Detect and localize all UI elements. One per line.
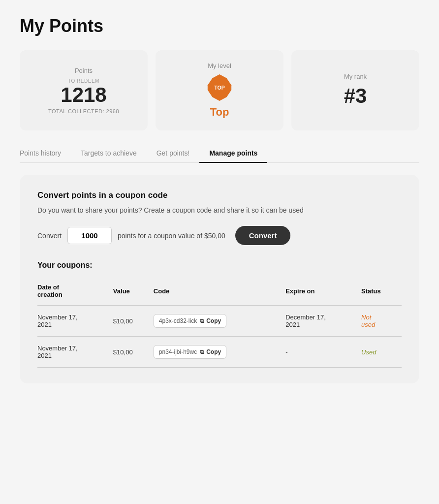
coupons-table: Date ofcreation Value Code Expire on Sta… (37, 280, 402, 368)
level-badge-icon: TOP (205, 73, 234, 102)
copy-icon-2: ⧉ (200, 348, 204, 355)
main-card: Convert points in a coupon code Do you w… (20, 175, 419, 383)
code-text-2: pn34-ijbi-h9wc (159, 348, 197, 355)
coupons-table-header: Date ofcreation Value Code Expire on Sta… (37, 280, 402, 306)
copy-button-1[interactable]: ⧉ Copy (200, 317, 221, 324)
page-title: My Points (20, 16, 419, 36)
coupons-section: Your coupons: Date ofcreation Value Code… (37, 261, 402, 368)
tab-targets[interactable]: Targets to achieve (71, 144, 147, 163)
stats-row: Points TO REDEEM 1218 TOTAL COLLECTED: 2… (20, 50, 419, 130)
convert-points-input[interactable] (67, 227, 112, 244)
col-value: Value (113, 280, 154, 306)
svg-text:TOP: TOP (214, 85, 225, 91)
tabs-row: Points history Targets to achieve Get po… (20, 144, 419, 163)
code-text-1: 4p3x-cd32-lick (159, 317, 197, 324)
row2-value: $10,00 (113, 337, 154, 368)
table-row: November 17,2021 $10,00 4p3x-cd32-lick ⧉… (37, 306, 402, 337)
code-cell-2: pn34-ijbi-h9wc ⧉ Copy (154, 345, 226, 359)
copy-icon-1: ⧉ (200, 317, 204, 324)
row2-status: Used (361, 337, 402, 368)
rank-card-label: My rank (344, 73, 367, 80)
tab-manage-points[interactable]: Manage points (199, 144, 267, 163)
convert-section-desc: Do you want to share your points? Create… (37, 206, 402, 214)
convert-label: Convert (37, 232, 62, 240)
row1-code: 4p3x-cd32-lick ⧉ Copy (154, 306, 285, 337)
rank-card: My rank #3 (291, 50, 419, 130)
row1-status: Notused (361, 306, 402, 337)
convert-row: Convert points for a coupon value of $50… (37, 226, 402, 245)
row1-date: November 17,2021 (37, 306, 113, 337)
level-name: Top (210, 106, 229, 119)
points-card: Points TO REDEEM 1218 TOTAL COLLECTED: 2… (20, 50, 148, 130)
row1-expire: December 17,2021 (285, 306, 361, 337)
level-card-label: My level (208, 62, 231, 69)
coupons-section-title: Your coupons: (37, 261, 402, 270)
copy-button-2[interactable]: ⧉ Copy (200, 348, 221, 355)
level-card: My level TOP Top (156, 50, 283, 130)
points-card-label: Points (75, 67, 93, 74)
col-status: Status (361, 280, 402, 306)
row2-date: November 17,2021 (37, 337, 113, 368)
tab-points-history[interactable]: Points history (20, 144, 71, 163)
code-cell-1: 4p3x-cd32-lick ⧉ Copy (154, 314, 226, 328)
points-total: TOTAL COLLECTED: 2968 (48, 108, 119, 114)
convert-points-desc: points for a coupon value of $50,00 (118, 232, 225, 240)
points-sublabel: TO REDEEM (68, 78, 99, 84)
col-code: Code (154, 280, 285, 306)
status-badge-1: Notused (361, 314, 375, 328)
col-date: Date ofcreation (37, 280, 113, 306)
table-row: November 17,2021 $10,00 pn34-ijbi-h9wc ⧉… (37, 337, 402, 368)
tab-get-points[interactable]: Get points! (147, 144, 200, 163)
status-badge-2: Used (361, 348, 376, 356)
convert-button[interactable]: Convert (235, 226, 291, 245)
rank-value: #3 (344, 84, 367, 108)
points-value: 1218 (61, 85, 106, 105)
col-expire: Expire on (285, 280, 361, 306)
convert-section: Convert points in a coupon code Do you w… (37, 190, 402, 245)
row1-value: $10,00 (113, 306, 154, 337)
row2-expire: - (285, 337, 361, 368)
convert-section-title: Convert points in a coupon code (37, 190, 402, 200)
row2-code: pn34-ijbi-h9wc ⧉ Copy (154, 337, 285, 368)
